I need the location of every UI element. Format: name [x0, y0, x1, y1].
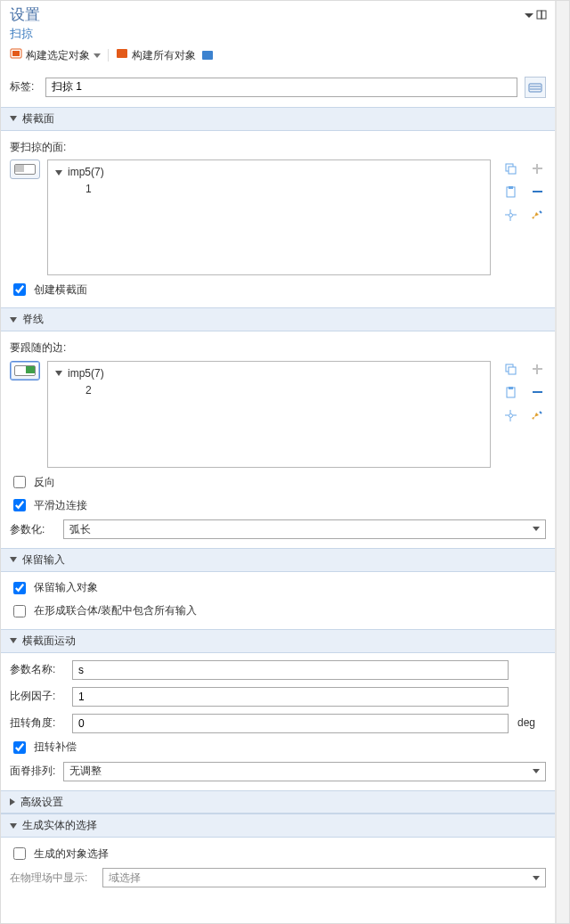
svg-rect-15 [509, 367, 516, 374]
copy-icon[interactable] [501, 361, 519, 379]
tree-item-child[interactable]: 2 [55, 382, 483, 399]
collapse-icon [10, 823, 17, 829]
svg-rect-12 [509, 186, 513, 189]
show-in-physics-select: 域选择 [102, 868, 546, 887]
add-icon[interactable] [528, 159, 546, 177]
svg-point-13 [509, 213, 512, 217]
label-keyboard-button[interactable] [525, 77, 546, 98]
svg-rect-0 [537, 11, 542, 19]
section-header-advanced[interactable]: 高级设置 [1, 790, 555, 814]
collapse-icon [10, 317, 17, 323]
svg-rect-1 [542, 11, 546, 19]
toolbar: 构建选定对象 构建所有对象 [1, 44, 555, 71]
twist-compensation-checkbox[interactable] [13, 741, 26, 754]
create-cross-section-label: 创建横截面 [34, 282, 87, 298]
section-header-motion[interactable]: 横截面运动 [1, 629, 555, 653]
collapse-icon [10, 557, 17, 562]
remove-icon[interactable] [528, 183, 546, 200]
svg-rect-3 [12, 51, 20, 56]
label-label: 标签: [10, 79, 38, 94]
zoom-to-selection-icon[interactable] [501, 407, 519, 425]
svg-point-18 [509, 414, 512, 418]
tree-item-label: 1 [86, 182, 92, 197]
build-selected-button[interactable]: 构建选定对象 [10, 47, 101, 64]
svg-rect-4 [117, 49, 127, 58]
section-title: 脊线 [22, 312, 44, 327]
param-name-label: 参数名称: [10, 662, 63, 677]
reverse-label: 反向 [34, 475, 55, 490]
include-all-inputs-label: 在形成联合体/装配中包含所有输入 [34, 603, 197, 618]
tree-item-child[interactable]: 1 [55, 181, 483, 198]
paste-icon[interactable] [501, 183, 519, 200]
tree-expand-icon [55, 371, 62, 376]
faces-tree[interactable]: imp5(7) 1 [47, 159, 491, 275]
edges-to-follow-label: 要跟随的边: [10, 340, 546, 356]
scale-factor-input[interactable] [72, 687, 509, 707]
chevron-down-icon [533, 769, 540, 773]
section-title: 高级设置 [20, 795, 63, 810]
twist-angle-unit: deg [517, 715, 546, 731]
build-all-label: 构建所有对象 [132, 48, 196, 63]
selection-toggle-active[interactable] [10, 361, 40, 380]
include-all-inputs-checkbox[interactable] [13, 605, 26, 617]
section-header-spine[interactable]: 脊线 [1, 307, 555, 331]
twist-angle-input[interactable] [72, 714, 509, 733]
tree-item-label: imp5(7) [68, 165, 104, 180]
svg-rect-5 [202, 51, 213, 60]
section-header-keep-input[interactable]: 保留输入 [1, 548, 555, 572]
edges-tree[interactable]: imp5(7) 2 [47, 361, 491, 468]
tree-item-parent[interactable]: imp5(7) [55, 365, 483, 382]
select-value: 无调整 [69, 764, 102, 779]
section-title: 保留输入 [22, 552, 65, 568]
paste-icon[interactable] [501, 384, 519, 402]
tree-item-parent[interactable]: imp5(7) [55, 164, 483, 181]
label-input[interactable] [45, 78, 517, 97]
build-selected-icon [10, 47, 22, 64]
reverse-checkbox[interactable] [13, 476, 26, 488]
face-spine-align-label: 面脊排列: [10, 764, 56, 779]
parametrization-select[interactable]: 弧长 [63, 519, 546, 539]
panel-pin-icon[interactable] [535, 9, 548, 21]
face-spine-align-select[interactable]: 无调整 [63, 762, 546, 781]
tree-item-label: 2 [86, 383, 92, 398]
toolbar-separator [108, 49, 109, 61]
collapse-icon [10, 116, 17, 121]
chevron-down-icon [533, 527, 540, 531]
select-value: 域选择 [109, 871, 141, 886]
section-title: 横截面运动 [22, 634, 76, 649]
toggle-on-icon [14, 365, 36, 376]
resulting-objects-selection-checkbox[interactable] [13, 847, 26, 860]
twist-compensation-label: 扭转补偿 [34, 740, 77, 755]
show-in-physics-label: 在物理场中显示: [10, 871, 95, 886]
build-all-extra-button[interactable] [201, 49, 214, 61]
build-all-button[interactable]: 构建所有对象 [116, 47, 196, 64]
scale-factor-label: 比例因子: [10, 689, 63, 704]
copy-icon[interactable] [501, 159, 519, 177]
remove-icon[interactable] [528, 384, 546, 402]
keep-input-objects-checkbox[interactable] [13, 582, 26, 594]
selection-toggle[interactable] [10, 159, 40, 179]
param-name-input[interactable] [72, 660, 509, 680]
panel-menu-icon[interactable] [523, 9, 535, 21]
tree-item-label: imp5(7) [68, 366, 104, 381]
add-icon[interactable] [528, 361, 546, 379]
build-selected-label: 构建选定对象 [26, 48, 90, 63]
highlight-icon[interactable] [528, 206, 546, 224]
toggle-off-icon [14, 164, 36, 175]
scrollbar[interactable] [556, 1, 569, 923]
chevron-down-icon [94, 53, 101, 58]
twist-angle-label: 扭转角度: [10, 715, 63, 731]
parametrization-label: 参数化: [10, 522, 56, 537]
expand-icon [10, 798, 15, 805]
section-title: 横截面 [22, 111, 54, 127]
section-header-result-selection[interactable]: 生成实体的选择 [1, 814, 555, 838]
tree-expand-icon [55, 170, 62, 176]
svg-rect-10 [509, 167, 516, 174]
zoom-to-selection-icon[interactable] [501, 206, 519, 224]
create-cross-section-checkbox[interactable] [13, 283, 26, 296]
chevron-down-icon [533, 876, 540, 880]
highlight-icon[interactable] [528, 407, 546, 425]
keep-input-objects-label: 保留输入对象 [34, 580, 98, 595]
smooth-edges-checkbox[interactable] [13, 499, 26, 511]
section-header-cross-section[interactable]: 横截面 [1, 107, 555, 131]
